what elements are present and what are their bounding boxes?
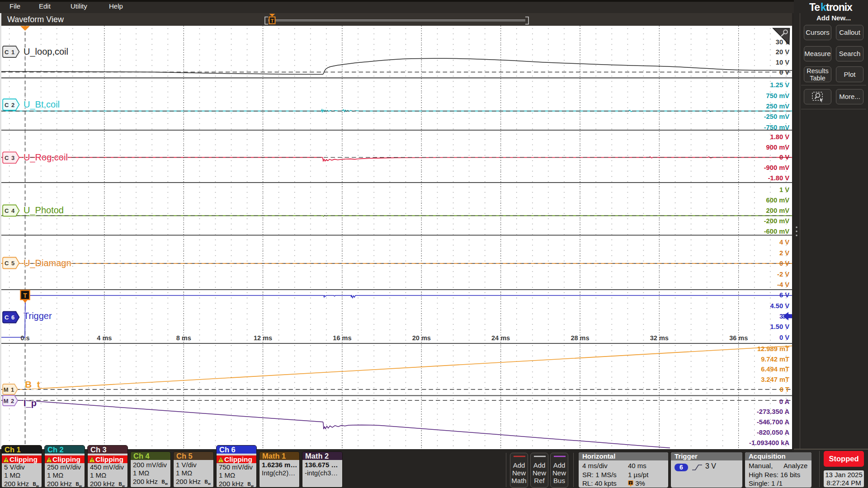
- svg-text:T: T: [271, 18, 274, 23]
- svg-text:1.50 V: 1.50 V: [770, 323, 790, 330]
- svg-text:0 V: 0 V: [779, 334, 789, 341]
- svg-text:0 V: 0 V: [779, 69, 789, 76]
- svg-text:4 V: 4 V: [779, 239, 789, 246]
- svg-text:U_Photod: U_Photod: [24, 205, 64, 216]
- svg-text:12 ms: 12 ms: [254, 334, 272, 342]
- svg-text:C 3: C 3: [5, 155, 15, 161]
- svg-text:600 mV: 600 mV: [766, 197, 790, 204]
- svg-text:200 mV: 200 mV: [766, 207, 790, 214]
- svg-text:-2 V: -2 V: [777, 271, 789, 278]
- svg-text:6.494 mT: 6.494 mT: [761, 366, 789, 373]
- svg-text:20 ms: 20 ms: [412, 334, 431, 342]
- svg-text:4.50 V: 4.50 V: [770, 302, 790, 310]
- svg-text:U_Rog,coil: U_Rog,coil: [24, 152, 68, 163]
- svg-text:T: T: [23, 292, 27, 299]
- svg-text:0 V: 0 V: [779, 260, 789, 267]
- svg-text:C 2: C 2: [5, 102, 15, 108]
- svg-text:-1.093400 kA: -1.093400 kA: [749, 439, 789, 446]
- svg-text:I_p: I_p: [24, 398, 37, 408]
- svg-text:0 V: 0 V: [779, 154, 789, 161]
- svg-text:U_Diamagn: U_Diamagn: [24, 258, 71, 268]
- svg-text:0 A: 0 A: [779, 398, 790, 405]
- svg-text:C 5: C 5: [5, 260, 15, 267]
- svg-text:12.989 mT: 12.989 mT: [757, 345, 789, 352]
- svg-text:3.247 mT: 3.247 mT: [761, 376, 789, 383]
- svg-text:-4 V: -4 V: [777, 281, 789, 288]
- svg-text:750 mV: 750 mV: [766, 92, 790, 99]
- svg-text:M 2: M 2: [4, 398, 15, 404]
- svg-text:-820.050 A: -820.050 A: [757, 429, 790, 436]
- svg-text:28 ms: 28 ms: [571, 334, 589, 342]
- svg-text:10 V: 10 V: [776, 59, 789, 66]
- svg-text:-600 mV: -600 mV: [764, 228, 790, 235]
- svg-text:U_loop,coil: U_loop,coil: [24, 47, 68, 57]
- svg-text:Te: Te: [809, 1, 820, 13]
- svg-text:32 ms: 32 ms: [650, 334, 669, 342]
- svg-text:6 V: 6 V: [779, 291, 789, 299]
- svg-text:C 6: C 6: [5, 314, 15, 321]
- svg-text:36 ms: 36 ms: [729, 334, 748, 342]
- svg-text:0 T: 0 T: [780, 386, 789, 393]
- svg-text:C 1: C 1: [5, 49, 15, 56]
- svg-text:Trigger: Trigger: [24, 311, 52, 321]
- svg-text:-1.80 V: -1.80 V: [768, 174, 790, 182]
- svg-text:0 s: 0 s: [20, 334, 29, 342]
- svg-text:B_t: B_t: [25, 379, 40, 389]
- svg-text:24 ms: 24 ms: [491, 334, 510, 342]
- svg-text:16 ms: 16 ms: [333, 334, 351, 342]
- svg-text:250 mV: 250 mV: [766, 103, 790, 110]
- svg-text:-273.350 A: -273.350 A: [757, 408, 790, 415]
- svg-text:tronix: tronix: [826, 1, 853, 13]
- svg-text:1.80 V: 1.80 V: [770, 133, 790, 141]
- svg-text:9.742 mT: 9.742 mT: [761, 356, 789, 363]
- svg-text:8 ms: 8 ms: [176, 334, 191, 342]
- svg-text:C 4: C 4: [5, 207, 15, 214]
- svg-text:2 V: 2 V: [779, 249, 789, 257]
- svg-text:-750 mV: -750 mV: [764, 124, 790, 131]
- svg-text:20 V: 20 V: [776, 48, 789, 56]
- svg-text:T: T: [630, 481, 632, 485]
- svg-text:U_Bt,coil: U_Bt,coil: [24, 99, 60, 110]
- svg-text:1.25 V: 1.25 V: [770, 81, 790, 89]
- svg-text:-250 mV: -250 mV: [764, 113, 790, 120]
- svg-text:-546.700 A: -546.700 A: [757, 418, 790, 426]
- svg-text:-200 mV: -200 mV: [764, 217, 790, 225]
- svg-text:900 mV: 900 mV: [766, 144, 790, 151]
- svg-text:1 V: 1 V: [779, 186, 789, 193]
- svg-text:-900 mV: -900 mV: [764, 164, 790, 171]
- svg-text:M 1: M 1: [4, 386, 15, 393]
- svg-text:4 ms: 4 ms: [97, 334, 112, 342]
